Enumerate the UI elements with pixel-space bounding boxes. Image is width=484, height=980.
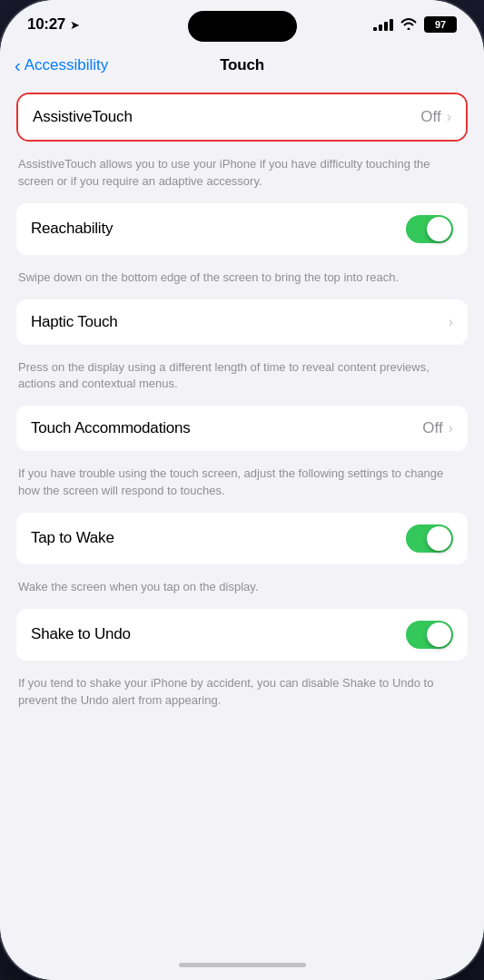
haptic-touch-right: › xyxy=(449,314,453,330)
nav-header: ‹ Accessibility Touch xyxy=(0,49,484,85)
touch-accommodations-chevron-icon: › xyxy=(449,420,453,436)
battery-indicator: 97 xyxy=(424,16,457,33)
haptic-touch-description: Press on the display using a different l… xyxy=(0,352,484,407)
tap-to-wake-toggle-knob xyxy=(427,526,451,551)
assistivetouch-chevron-icon: › xyxy=(447,109,451,125)
reachability-row[interactable]: Reachability xyxy=(16,203,468,255)
reachability-group: Reachability xyxy=(16,203,468,255)
shake-to-undo-row[interactable]: Shake to Undo xyxy=(16,609,468,661)
haptic-touch-group: Haptic Touch › xyxy=(16,299,468,345)
assistivetouch-row[interactable]: AssistiveTouch Off › xyxy=(18,94,466,140)
status-icons: 97 xyxy=(373,16,457,33)
assistivetouch-right: Off › xyxy=(420,108,451,126)
tap-to-wake-label: Tap to Wake xyxy=(31,529,114,547)
touch-accommodations-row[interactable]: Touch Accommodations Off › xyxy=(16,406,468,451)
back-chevron-icon: ‹ xyxy=(15,56,21,74)
signal-bar-4 xyxy=(390,19,393,31)
tap-to-wake-toggle[interactable] xyxy=(406,524,453,553)
haptic-touch-chevron-icon: › xyxy=(449,314,453,330)
tap-to-wake-row[interactable]: Tap to Wake xyxy=(16,513,468,564)
screen: 10:27 ➤ 97 xyxy=(0,0,484,980)
assistivetouch-group: AssistiveTouch Off › xyxy=(16,93,468,142)
home-bar xyxy=(179,963,306,967)
touch-accommodations-right: Off › xyxy=(422,419,453,437)
touch-accommodations-description: If you have trouble using the touch scre… xyxy=(0,458,484,513)
content-scroll[interactable]: AssistiveTouch Off › AssistiveTouch allo… xyxy=(0,85,484,949)
shake-to-undo-group: Shake to Undo xyxy=(16,609,468,661)
reachability-description: Swipe down on the bottom edge of the scr… xyxy=(0,262,484,299)
tap-to-wake-description: Wake the screen when you tap on the disp… xyxy=(0,572,484,609)
touch-accommodations-value: Off xyxy=(422,419,442,437)
assistivetouch-description: AssistiveTouch allows you to use your iP… xyxy=(0,149,484,203)
shake-to-undo-toggle-knob xyxy=(427,622,451,647)
nav-title: Touch xyxy=(220,56,264,74)
haptic-touch-row[interactable]: Haptic Touch › xyxy=(16,299,468,345)
haptic-touch-label: Haptic Touch xyxy=(31,313,118,331)
shake-to-undo-label: Shake to Undo xyxy=(31,625,131,643)
reachability-label: Reachability xyxy=(31,220,113,238)
wifi-icon xyxy=(400,17,417,33)
tap-to-wake-group: Tap to Wake xyxy=(16,513,468,564)
assistivetouch-label: AssistiveTouch xyxy=(33,108,133,126)
home-indicator xyxy=(0,949,484,980)
shake-to-undo-toggle[interactable] xyxy=(406,621,453,649)
back-button[interactable]: ‹ Accessibility xyxy=(15,56,108,74)
back-label: Accessibility xyxy=(25,56,109,74)
status-time: 10:27 xyxy=(27,15,65,34)
signal-bars xyxy=(373,18,393,31)
signal-bar-1 xyxy=(373,27,377,31)
dynamic-island xyxy=(188,11,297,42)
assistivetouch-value: Off xyxy=(420,108,440,126)
shake-to-undo-description: If you tend to shake your iPhone by acci… xyxy=(0,668,484,722)
signal-bar-3 xyxy=(384,22,388,31)
signal-bar-2 xyxy=(379,24,382,31)
phone-frame: 10:27 ➤ 97 xyxy=(0,0,484,980)
touch-accommodations-label: Touch Accommodations xyxy=(31,419,191,437)
reachability-toggle[interactable] xyxy=(406,215,453,243)
reachability-toggle-knob xyxy=(427,217,451,241)
touch-accommodations-group: Touch Accommodations Off › xyxy=(16,406,468,451)
location-icon: ➤ xyxy=(70,18,80,32)
